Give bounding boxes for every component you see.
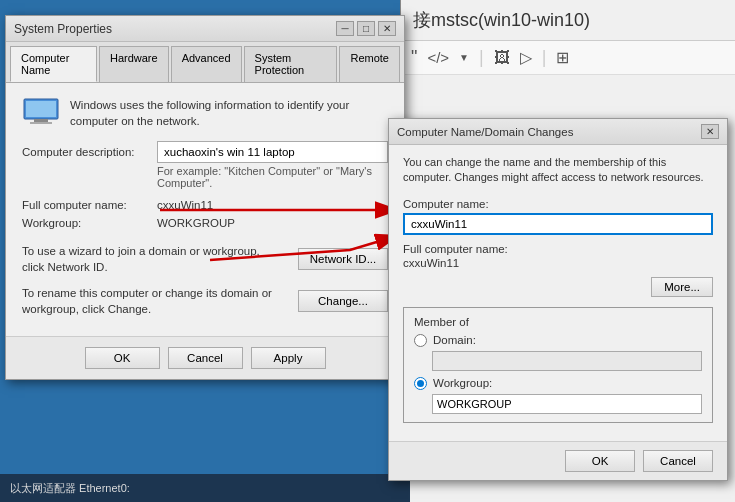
- image-icon[interactable]: 🖼: [494, 49, 510, 67]
- tab-remote[interactable]: Remote: [339, 46, 400, 82]
- minimize-btn[interactable]: ─: [336, 21, 354, 36]
- computer-info-row: Windows uses the following information t…: [22, 97, 388, 129]
- workgroup-input[interactable]: [432, 394, 702, 414]
- cnd-title: Computer Name/Domain Changes: [397, 126, 573, 138]
- domain-input[interactable]: [432, 351, 702, 371]
- svg-rect-3: [30, 122, 52, 124]
- network-id-text: To use a wizard to join a domain or work…: [22, 243, 272, 275]
- workgroup-label: Workgroup:: [22, 217, 157, 229]
- play-icon[interactable]: ▷: [520, 48, 532, 67]
- example-text: For example: "Kitchen Computer" or "Mary…: [157, 165, 388, 189]
- full-computer-name-row: Full computer name: cxxuWin11: [22, 199, 388, 211]
- cnd-full-name-value: cxxuWin11: [403, 257, 713, 269]
- full-computer-name-label: Full computer name:: [22, 199, 157, 211]
- quotes-icon[interactable]: ": [411, 47, 417, 68]
- rdp-title: 接mstsc(win10-win10): [413, 10, 590, 30]
- cnd-full-name-label: Full computer name:: [403, 243, 713, 255]
- change-text: To rename this computer or change its do…: [22, 285, 272, 317]
- cnd-computer-name-label: Computer name:: [403, 198, 713, 210]
- tab-system-protection[interactable]: System Protection: [244, 46, 338, 82]
- info-text: Windows uses the following information t…: [70, 97, 388, 129]
- computer-desc-row: Computer description:: [22, 141, 388, 163]
- tab-advanced[interactable]: Advanced: [171, 46, 242, 82]
- computer-icon: [22, 97, 60, 127]
- member-of-label: Member of: [414, 316, 702, 328]
- tab-hardware[interactable]: Hardware: [99, 46, 169, 82]
- maximize-btn[interactable]: □: [357, 21, 375, 36]
- domain-radio-row: Domain:: [414, 334, 702, 347]
- svg-rect-1: [26, 101, 56, 117]
- cnd-close-btn[interactable]: ✕: [701, 124, 719, 139]
- domain-label: Domain:: [433, 334, 476, 346]
- more-btn-row: More...: [403, 277, 713, 297]
- close-btn[interactable]: ✕: [378, 21, 396, 36]
- network-id-button[interactable]: Network ID...: [298, 248, 388, 270]
- apply-button[interactable]: Apply: [251, 347, 326, 369]
- full-computer-name-value: cxxuWin11: [157, 199, 213, 211]
- divider: |: [479, 47, 484, 68]
- rdp-title-bar: 接mstsc(win10-win10): [401, 0, 735, 41]
- ok-button[interactable]: OK: [85, 347, 160, 369]
- cnd-ok-button[interactable]: OK: [565, 450, 635, 472]
- divider2: |: [542, 47, 547, 68]
- cnd-cancel-button[interactable]: Cancel: [643, 450, 713, 472]
- more-button[interactable]: More...: [651, 277, 713, 297]
- cnd-bottom: OK Cancel: [389, 441, 727, 480]
- network-id-section: To use a wizard to join a domain or work…: [22, 243, 388, 275]
- tabs-bar: Computer Name Hardware Advanced System P…: [6, 42, 404, 83]
- domain-radio[interactable]: [414, 334, 427, 347]
- workgroup-radio-row: Workgroup:: [414, 377, 702, 390]
- title-controls: ─ □ ✕: [336, 21, 396, 36]
- workgroup-label: Workgroup:: [433, 377, 492, 389]
- system-properties-dialog: System Properties ─ □ ✕ Computer Name Ha…: [5, 15, 405, 380]
- change-button[interactable]: Change...: [298, 290, 388, 312]
- cnd-content: You can change the name and the membersh…: [389, 145, 727, 441]
- taskbar: 以太网适配器 Ethernet0:: [0, 474, 410, 502]
- rdp-toolbar: " </> ▼ | 🖼 ▷ | ⊞: [401, 41, 735, 75]
- grid-icon[interactable]: ⊞: [556, 48, 569, 67]
- workgroup-radio-dot: [417, 380, 424, 387]
- cnd-titlebar: Computer Name/Domain Changes ✕: [389, 119, 727, 145]
- workgroup-value: WORKGROUP: [157, 217, 235, 229]
- change-section: To rename this computer or change its do…: [22, 285, 388, 317]
- cancel-button[interactable]: Cancel: [168, 347, 243, 369]
- computer-desc-input[interactable]: [157, 141, 388, 163]
- workgroup-row: Workgroup: WORKGROUP: [22, 217, 388, 229]
- workgroup-radio[interactable]: [414, 377, 427, 390]
- sys-props-bottom: OK Cancel Apply: [6, 336, 404, 379]
- svg-rect-2: [34, 119, 48, 122]
- cnd-computer-name-input[interactable]: [403, 213, 713, 235]
- cnd-desc: You can change the name and the membersh…: [403, 155, 713, 186]
- sys-props-content: Windows uses the following information t…: [6, 83, 404, 336]
- code-icon[interactable]: </>: [427, 49, 449, 66]
- cnd-dialog: Computer Name/Domain Changes ✕ You can c…: [388, 118, 728, 481]
- sys-props-titlebar: System Properties ─ □ ✕: [6, 16, 404, 42]
- member-of-section: Member of Domain: Workgroup:: [403, 307, 713, 423]
- taskbar-text: 以太网适配器 Ethernet0:: [10, 481, 130, 496]
- sys-props-title: System Properties: [14, 22, 112, 36]
- tab-computer-name[interactable]: Computer Name: [10, 46, 97, 82]
- computer-desc-label: Computer description:: [22, 146, 157, 158]
- dropdown-arrow[interactable]: ▼: [459, 52, 469, 63]
